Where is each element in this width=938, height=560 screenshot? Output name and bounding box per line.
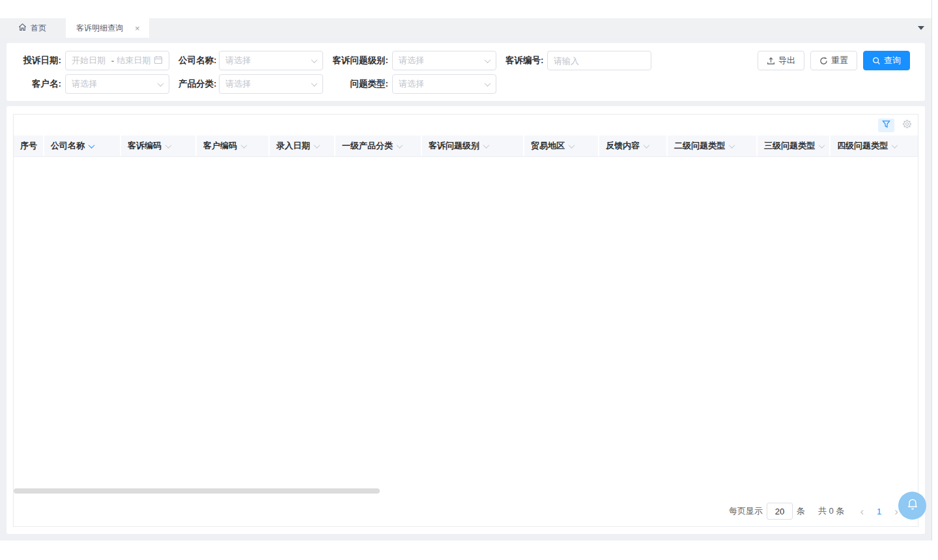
grid-body-empty xyxy=(14,157,918,496)
column-header-company-name[interactable]: 公司名称 xyxy=(44,135,121,156)
reset-label: 重置 xyxy=(831,55,848,66)
complaint-date-label: 投诉日期: xyxy=(20,55,65,66)
tab-close-icon[interactable]: × xyxy=(135,24,140,33)
product-category-label: 产品分类: xyxy=(178,78,219,90)
column-header-feedback-content[interactable]: 反馈内容 xyxy=(599,135,668,156)
column-header-trade-region[interactable]: 贸易地区 xyxy=(524,135,599,156)
date-end-placeholder: 结束日期 xyxy=(117,55,154,66)
gear-icon xyxy=(902,119,912,132)
sort-chevron-icon[interactable] xyxy=(397,142,403,148)
sort-chevron-icon[interactable] xyxy=(89,142,95,148)
problem-type-placeholder: 请选择 xyxy=(399,78,481,90)
page-content: 投诉日期: 开始日期 - 结束日期 公司名称: 请选择 xyxy=(0,38,931,540)
total-count-text: 共 0 条 xyxy=(818,505,844,517)
column-header-problem-type-l2[interactable]: 二级问题类型 xyxy=(668,135,758,156)
complaint-level-placeholder: 请选择 xyxy=(399,55,481,66)
per-page-input[interactable] xyxy=(767,503,793,520)
column-header-product-category-l1[interactable]: 一级产品分类 xyxy=(335,135,422,156)
horizontal-scrollbar-thumb[interactable] xyxy=(14,488,380,494)
search-button[interactable]: 查询 xyxy=(863,51,910,70)
sort-chevron-icon[interactable] xyxy=(644,142,650,148)
export-icon xyxy=(767,57,775,65)
customer-name-select[interactable]: 请选择 xyxy=(65,74,169,94)
complaint-date-range-picker[interactable]: 开始日期 - 结束日期 xyxy=(65,51,169,70)
table-panel: 序号 公司名称 客诉编码 客户编码 录入日期 一级产品分类 xyxy=(7,106,925,534)
column-header-problem-type-l4[interactable]: 四级问题类型 xyxy=(831,135,918,156)
data-grid: 序号 公司名称 客诉编码 客户编码 录入日期 一级产品分类 xyxy=(13,114,918,527)
company-name-label: 公司名称: xyxy=(178,55,219,66)
sort-chevron-icon[interactable] xyxy=(314,142,320,148)
customer-name-placeholder: 请选择 xyxy=(72,78,154,90)
sort-chevron-icon[interactable] xyxy=(569,142,575,148)
tab-complaint-query[interactable]: 客诉明细查询 × xyxy=(66,18,149,38)
notification-bell-button[interactable] xyxy=(898,492,926,520)
grid-toolbar xyxy=(14,115,918,135)
column-header-complaint-level[interactable]: 客诉问题级别 xyxy=(422,135,524,156)
column-header-seq: 序号 xyxy=(14,135,44,156)
product-category-placeholder: 请选择 xyxy=(225,78,308,90)
customer-name-label: 客户名: xyxy=(20,78,65,90)
column-header-problem-type-l3[interactable]: 三级问题类型 xyxy=(758,135,831,156)
app-window: 首页 客诉明细查询 × 投诉日期: 开始日期 - 结束日期 xyxy=(0,0,932,540)
tab-bar: 首页 客诉明细查询 × xyxy=(0,18,931,38)
search-icon xyxy=(872,57,881,65)
column-header-customer-code[interactable]: 客户编码 xyxy=(197,135,270,156)
tab-active-label: 客诉明细查询 xyxy=(76,23,123,34)
sort-chevron-icon[interactable] xyxy=(241,142,248,148)
reset-button[interactable]: 重置 xyxy=(810,51,857,70)
grid-header-row: 序号 公司名称 客诉编码 客户编码 录入日期 一级产品分类 xyxy=(14,135,918,157)
chevron-down-icon xyxy=(485,57,491,63)
sort-chevron-icon[interactable] xyxy=(165,142,172,148)
complaint-level-label: 客诉问题级别: xyxy=(332,55,392,66)
column-header-entry-date[interactable]: 录入日期 xyxy=(270,135,335,156)
filter-tool-button[interactable] xyxy=(878,119,894,132)
funnel-icon xyxy=(882,119,890,131)
problem-type-label: 问题类型: xyxy=(332,78,392,90)
reset-icon xyxy=(819,57,828,65)
search-label: 查询 xyxy=(884,55,901,66)
tab-list-caret-icon[interactable] xyxy=(918,26,924,30)
tab-home[interactable]: 首页 xyxy=(0,18,66,38)
complaint-no-label: 客诉编号: xyxy=(505,55,547,66)
complaint-no-field[interactable] xyxy=(547,51,651,70)
chevron-down-icon xyxy=(485,80,491,87)
product-category-select[interactable]: 请选择 xyxy=(219,74,323,94)
sort-chevron-icon[interactable] xyxy=(483,142,490,148)
date-range-separator: - xyxy=(109,56,117,66)
tab-home-label: 首页 xyxy=(31,23,46,34)
sort-chevron-icon[interactable] xyxy=(729,142,735,148)
current-page-number[interactable]: 1 xyxy=(877,507,881,516)
per-page-unit: 条 xyxy=(797,505,805,517)
chevron-down-icon xyxy=(311,57,318,63)
prev-page-button[interactable]: ‹ xyxy=(860,506,864,517)
bell-icon xyxy=(905,497,920,514)
column-header-complaint-code[interactable]: 客诉编码 xyxy=(121,135,197,156)
chevron-down-icon xyxy=(158,80,164,87)
company-name-select[interactable]: 请选择 xyxy=(219,51,323,70)
complaint-no-input[interactable] xyxy=(554,51,645,70)
export-button[interactable]: 导出 xyxy=(758,51,804,70)
filter-panel: 投诉日期: 开始日期 - 结束日期 公司名称: 请选择 xyxy=(7,43,925,101)
window-top-space xyxy=(0,0,931,18)
export-label: 导出 xyxy=(778,55,795,66)
problem-type-select[interactable]: 请选择 xyxy=(392,74,496,94)
next-page-button[interactable]: › xyxy=(894,506,898,517)
sort-chevron-icon[interactable] xyxy=(892,142,898,148)
sort-chevron-icon[interactable] xyxy=(819,142,825,148)
column-settings-button[interactable] xyxy=(902,119,912,132)
per-page-label: 每页显示 xyxy=(729,505,763,517)
calendar-icon xyxy=(154,55,163,66)
home-icon xyxy=(18,23,27,33)
date-start-placeholder: 开始日期 xyxy=(72,55,109,66)
complaint-level-select[interactable]: 请选择 xyxy=(392,51,496,70)
chevron-down-icon xyxy=(311,80,318,87)
filter-row-2: 客户名: 请选择 产品分类: 请选择 问题类型: 请选择 xyxy=(20,74,912,94)
company-name-placeholder: 请选择 xyxy=(225,55,308,66)
pagination-bar: 每页显示 条 共 0 条 ‹ 1 › xyxy=(14,496,918,526)
filter-actions: 导出 重置 xyxy=(758,51,910,70)
